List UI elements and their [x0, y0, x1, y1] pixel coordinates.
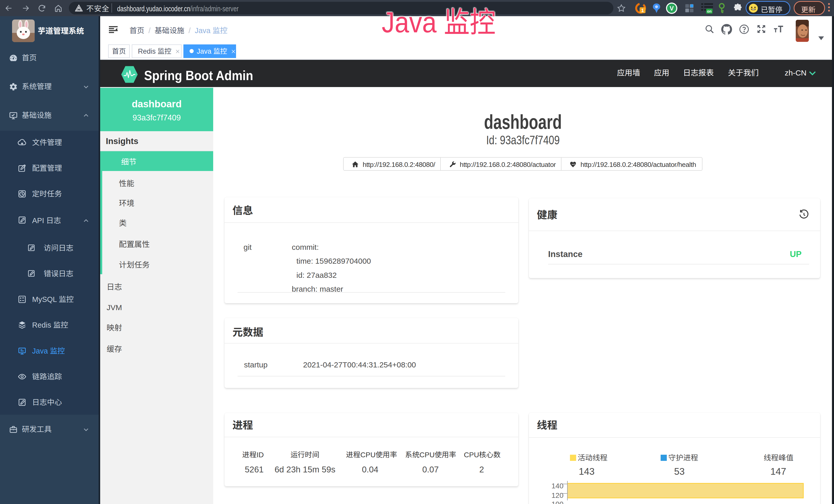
- svg-text:on: on: [707, 8, 712, 14]
- svg-text:V: V: [670, 3, 674, 12]
- svg-text:1: 1: [641, 6, 644, 14]
